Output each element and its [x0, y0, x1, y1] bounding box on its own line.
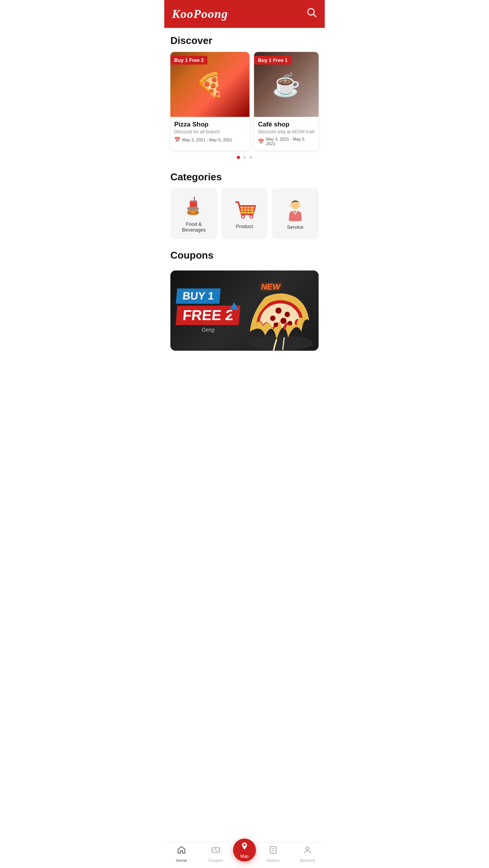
search-icon[interactable] — [306, 7, 317, 21]
discover-card-pizza[interactable]: 🍕 Buy 1 Free 2 Pizza Shop Discount for a… — [170, 52, 249, 151]
service-icon — [285, 199, 305, 220]
coupon-arrows — [230, 302, 239, 319]
pizza-card-image-wrapper: 🍕 Buy 1 Free 2 — [170, 52, 249, 117]
pizza-card-name: Pizza Shop — [174, 121, 246, 128]
product-label: Product — [236, 223, 253, 229]
categories-section: Categories — [164, 164, 325, 243]
app-logo: KooPoong — [172, 7, 228, 21]
pizza-card-body: Pizza Shop Discount for all branch 📅 May… — [170, 117, 249, 147]
svg-point-20 — [251, 215, 253, 217]
carousel-dots — [170, 156, 319, 159]
carousel-dot-2[interactable] — [243, 156, 246, 159]
coupons-section: Coupons — [164, 243, 325, 270]
food-beverages-icon — [184, 196, 204, 217]
category-service[interactable]: Service — [272, 188, 319, 239]
category-product[interactable]: Product — [221, 188, 268, 239]
cafe-card-image-wrapper: ☕ Buy 1 Free 1 — [254, 52, 319, 117]
cafe-card-body: Café shop Discount only at AEON mall 📅 M… — [254, 117, 319, 151]
svg-point-22 — [248, 335, 313, 351]
product-icon — [234, 200, 255, 220]
cafe-date-text: May 3, 2021 - May 5, 2021 — [266, 137, 315, 146]
svg-point-26 — [280, 318, 287, 324]
carousel-dot-3[interactable] — [249, 156, 252, 159]
svg-point-10 — [187, 206, 199, 210]
categories-title: Categories — [170, 171, 319, 183]
discover-title: Discover — [170, 35, 319, 47]
discover-cards-container: 🍕 Buy 1 Free 2 Pizza Shop Discount for a… — [170, 52, 319, 151]
cafe-calendar-icon: 📅 — [258, 139, 264, 144]
coupon-new-badge: NEW — [261, 282, 280, 292]
category-food-beverages[interactable]: Food & Beverages — [170, 188, 217, 239]
arrow-down-icon — [230, 311, 239, 319]
pizza-calendar-icon: 📅 — [174, 137, 180, 143]
coupons-title: Coupons — [170, 249, 319, 261]
svg-point-28 — [288, 321, 292, 326]
pizza-card-subtitle: Discount for all branch — [174, 129, 246, 134]
coupon-buy1-text: BUY 1 — [176, 288, 220, 304]
svg-rect-4 — [194, 197, 195, 202]
discover-section: Discover 🍕 Buy 1 Free 2 Pizza Shop Disco… — [164, 28, 325, 164]
svg-point-25 — [270, 316, 275, 321]
svg-rect-3 — [190, 201, 197, 202]
carousel-dot-1[interactable] — [237, 156, 240, 159]
svg-point-23 — [275, 308, 282, 314]
svg-point-24 — [285, 312, 290, 317]
pizza-card-date: 📅 May 3, 2021 - May 5, 2021 — [174, 137, 246, 143]
pizza-badge: Buy 1 Free 2 — [170, 56, 207, 65]
app-header: KooPoong — [164, 0, 325, 28]
discover-card-cafe[interactable]: ☕ Buy 1 Free 1 Café shop Discount only a… — [254, 52, 319, 151]
arrow-up-icon — [230, 302, 239, 310]
main-content: Discover 🍕 Buy 1 Free 2 Pizza Shop Disco… — [164, 28, 325, 381]
cafe-card-subtitle: Discount only at AEON mall — [258, 129, 315, 134]
service-label: Service — [287, 224, 303, 230]
svg-line-1 — [314, 15, 316, 17]
cafe-card-date: 📅 May 3, 2021 - May 5, 2021 — [258, 137, 315, 146]
coupon-brand-text: Geng — [176, 327, 240, 333]
svg-point-27 — [274, 322, 278, 327]
pizza-date-text: May 3, 2021 - May 5, 2021 — [182, 138, 232, 142]
cafe-card-name: Café shop — [258, 121, 315, 128]
svg-point-18 — [242, 215, 244, 217]
cafe-badge: Buy 1 Free 1 — [254, 56, 291, 65]
food-beverages-label: Food & Beverages — [174, 221, 214, 233]
categories-grid: Food & Beverages — [170, 188, 319, 239]
coupon-banner[interactable]: BUY 1 FREE 2 Geng NEW — [170, 270, 319, 351]
